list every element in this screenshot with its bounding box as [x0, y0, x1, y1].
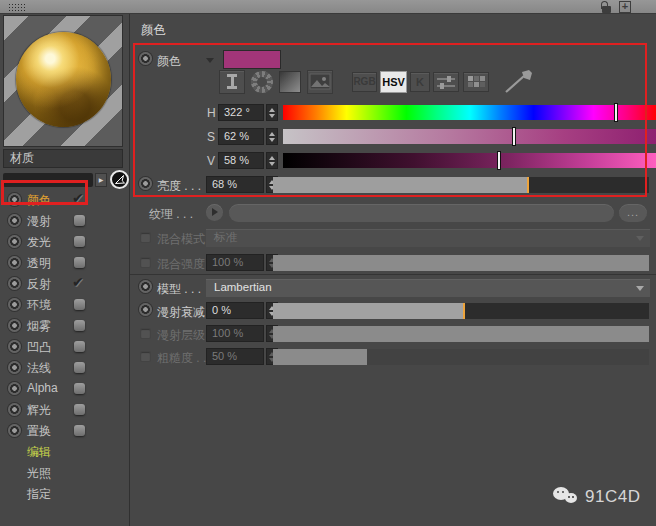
radio-icon[interactable]: [8, 403, 21, 416]
radio-icon[interactable]: [139, 280, 152, 293]
diffuse-falloff-input[interactable]: 0 %: [206, 302, 264, 319]
channel-row-environment[interactable]: 环境 ✔: [0, 294, 128, 315]
caret-down-icon[interactable]: [206, 58, 214, 63]
channel-row-normal[interactable]: 法线 ✔: [0, 357, 128, 378]
image-picker-button[interactable]: [307, 70, 333, 94]
radio-icon[interactable]: [8, 361, 21, 374]
pick-cursor-button[interactable]: [110, 170, 129, 189]
radio-icon[interactable]: [8, 340, 21, 353]
checkbox[interactable]: [74, 299, 85, 310]
saturation-input[interactable]: 62 %: [218, 128, 264, 145]
radio-icon[interactable]: [139, 177, 152, 190]
radio-icon[interactable]: [8, 214, 21, 227]
diffuse-level-slider[interactable]: [273, 326, 649, 342]
checkbox[interactable]: [140, 351, 151, 362]
channel-row-transparency[interactable]: 透明 ✔: [0, 252, 128, 273]
radio-icon[interactable]: [8, 319, 21, 332]
color-wheel-button[interactable]: [251, 71, 273, 93]
channel-row-bump[interactable]: 凹凸 ✔: [0, 336, 128, 357]
value-input[interactable]: 58 %: [218, 152, 264, 169]
slider-handle[interactable]: [512, 127, 516, 146]
checkbox[interactable]: [74, 362, 85, 373]
channel-row-displacement[interactable]: 置换 ✔: [0, 420, 128, 441]
mode-item-assign[interactable]: 指定: [0, 483, 128, 504]
grip-icon[interactable]: [8, 3, 26, 11]
watermark-text: 91C4D: [585, 487, 640, 507]
radio-icon[interactable]: [8, 424, 21, 437]
channel-row-reflectance[interactable]: 反射 ✔: [0, 273, 128, 294]
channel-row-glow[interactable]: 辉光 ✔: [0, 399, 128, 420]
model-dropdown[interactable]: Lambertian: [206, 279, 650, 297]
hue-stepper[interactable]: [266, 104, 278, 121]
hue-row: H 322 °: [130, 103, 656, 123]
texture-browse-button[interactable]: ...: [619, 204, 647, 222]
saturation-slider[interactable]: [283, 129, 656, 144]
checkbox[interactable]: [140, 232, 151, 243]
mode-item-illumination[interactable]: 光照: [0, 462, 128, 483]
saturation-row: S 62 %: [130, 127, 656, 147]
checkbox[interactable]: [74, 425, 85, 436]
material-name-field[interactable]: 材质: [3, 149, 123, 168]
unlock-icon[interactable]: [601, 1, 612, 13]
checkbox[interactable]: [74, 404, 85, 415]
diffuse-level-input[interactable]: 100 %: [206, 325, 264, 342]
radio-icon[interactable]: [8, 193, 21, 206]
mix-strength-slider[interactable]: [273, 255, 649, 271]
texture-field[interactable]: [229, 204, 614, 222]
radio-icon[interactable]: [139, 303, 152, 316]
color-swatch[interactable]: [223, 50, 281, 69]
rgb-mode-button[interactable]: RGB: [352, 72, 377, 92]
brightness-slider[interactable]: [273, 177, 649, 193]
compact-picker-button[interactable]: [219, 70, 245, 94]
radio-icon[interactable]: [139, 52, 152, 65]
spectrum-button[interactable]: [279, 71, 301, 93]
expand-arrow-button[interactable]: ▶: [95, 173, 107, 187]
radio-icon[interactable]: [8, 277, 21, 290]
diffuse-falloff-slider[interactable]: [273, 303, 649, 319]
sidebar: 材质 ▶ 颜色 ✔ 漫射 ✔: [0, 14, 128, 526]
checkmark-icon[interactable]: ✔: [72, 274, 84, 290]
roughness-slider[interactable]: [273, 349, 649, 365]
diffuse-level-row: 漫射层级 100 %: [130, 324, 656, 344]
channel-row-alpha[interactable]: Alpha ✔: [0, 378, 128, 399]
checkbox[interactable]: [74, 236, 85, 247]
checkbox[interactable]: [140, 328, 151, 339]
channel-row-luminance[interactable]: 发光 ✔: [0, 231, 128, 252]
swatches-mode-button[interactable]: [463, 72, 489, 92]
channel-row-diffusion[interactable]: 漫射 ✔: [0, 210, 128, 231]
mode-item-edit[interactable]: 编辑: [0, 441, 128, 462]
slider-handle[interactable]: [497, 151, 501, 170]
roughness-input[interactable]: 50 %: [206, 348, 264, 365]
value-slider[interactable]: [283, 153, 656, 168]
slider-handle[interactable]: [614, 103, 618, 122]
eyedropper-icon[interactable]: [502, 69, 536, 95]
texture-expand-button[interactable]: [206, 204, 223, 221]
channel-row-fog[interactable]: 烟雾 ✔: [0, 315, 128, 336]
saturation-stepper[interactable]: [266, 128, 278, 145]
gold-sphere-preview: [16, 32, 111, 127]
checkbox[interactable]: [74, 320, 85, 331]
value-stepper[interactable]: [266, 152, 278, 169]
mix-mode-dropdown[interactable]: 标准: [206, 229, 650, 247]
hue-input[interactable]: 322 °: [218, 104, 264, 121]
radio-icon[interactable]: [8, 382, 21, 395]
hue-slider[interactable]: [283, 105, 656, 120]
radio-icon[interactable]: [8, 235, 21, 248]
checkbox[interactable]: [140, 257, 151, 268]
checkmark-icon[interactable]: ✔: [72, 190, 84, 206]
add-icon[interactable]: +: [619, 1, 631, 13]
mix-strength-row: 混合强度 100 %: [130, 253, 656, 273]
checkbox[interactable]: [74, 341, 85, 352]
mix-strength-input[interactable]: 100 %: [206, 254, 264, 271]
k-mode-button[interactable]: K: [410, 72, 430, 92]
radio-icon[interactable]: [8, 298, 21, 311]
brightness-input[interactable]: 68 %: [206, 176, 264, 193]
radio-icon[interactable]: [8, 256, 21, 269]
hsv-mode-button[interactable]: HSV: [380, 71, 407, 93]
material-preview[interactable]: [3, 15, 123, 147]
checkbox[interactable]: [74, 257, 85, 268]
mixer-mode-button[interactable]: [433, 72, 459, 92]
channel-row-color[interactable]: 颜色 ✔: [0, 189, 128, 210]
checkbox[interactable]: [74, 215, 85, 226]
checkbox[interactable]: [74, 383, 85, 394]
